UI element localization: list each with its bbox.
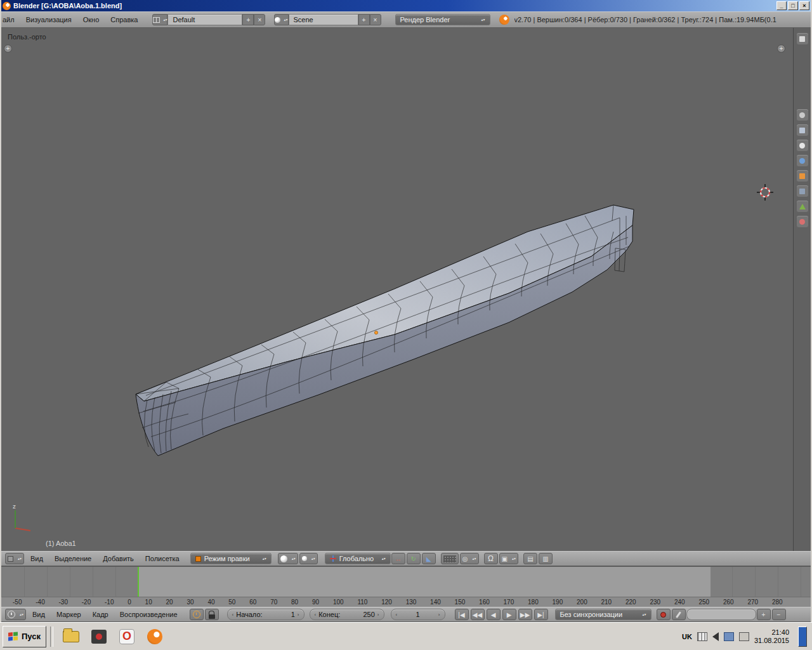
scene-field[interactable]: Scene — [289, 14, 358, 25]
viewport-shading-dropdown[interactable]: ▴▾ — [278, 553, 298, 564]
media-app-icon — [91, 630, 107, 644]
timeline-tick-label: 80 — [291, 599, 298, 606]
timeline-menu-playback[interactable]: Воспроизведение — [114, 611, 183, 618]
timeline-menu-view[interactable]: Вид — [27, 611, 51, 618]
titlebar[interactable]: Blender [G:\AOBA\Aoba.1.blend] _ □ × — [1, 0, 811, 11]
lock-icon — [209, 611, 215, 619]
editor-type-button[interactable]: ▴▾ — [5, 553, 24, 564]
menu-help[interactable]: Справка — [105, 16, 143, 23]
properties-tab-modifiers-icon[interactable] — [797, 185, 808, 197]
lock-time-toggle[interactable] — [205, 609, 219, 620]
minimize-button[interactable]: _ — [776, 1, 787, 10]
opengl-render-anim-button[interactable]: ▥ — [539, 553, 553, 564]
layers-widget[interactable] — [441, 553, 459, 564]
jump-to-end-button[interactable]: ▶| — [534, 609, 548, 620]
screen-layout-add-button[interactable]: + — [242, 14, 254, 25]
opengl-render-button[interactable]: ▤ — [523, 553, 537, 564]
timeline-tick-label: 150 — [455, 599, 466, 606]
close-button[interactable]: × — [799, 1, 809, 10]
timeline-menu-marker[interactable]: Маркер — [51, 611, 87, 618]
properties-tab-object-icon[interactable] — [797, 170, 808, 182]
quicklaunch-folder[interactable] — [57, 625, 85, 648]
show-desktop-button[interactable] — [798, 627, 807, 647]
layers-grid-icon — [443, 555, 456, 562]
volume-icon[interactable] — [712, 632, 719, 641]
viewport-3d[interactable]: Польз.-орто + + — [1, 28, 811, 551]
timeline-editor-type-button[interactable]: ▴▾ — [5, 609, 26, 620]
orientation-dropdown[interactable]: Глобально ▴▾ — [325, 553, 391, 564]
keying-icon-button[interactable] — [672, 609, 686, 620]
edit-mode-icon — [195, 556, 201, 562]
sync-dropdown[interactable]: Без синхронизации▴▾ — [555, 609, 652, 620]
region-expand-left-button[interactable]: + — [4, 44, 12, 53]
timeline-track[interactable]: -50-40-30-20-100102030405060708090100110… — [1, 566, 811, 607]
keyframe-delete-button[interactable]: − — [772, 609, 786, 620]
view3d-menu-add[interactable]: Добавить — [97, 555, 140, 562]
ship-mesh[interactable] — [109, 188, 642, 493]
view3d-menu-mesh[interactable]: Полисетка — [140, 555, 185, 562]
keyboard-icon[interactable] — [697, 632, 707, 641]
view3d-menu-view[interactable]: Вид — [25, 555, 49, 562]
timeline-tick-label: 270 — [747, 599, 758, 606]
jump-to-start-button[interactable]: |◀ — [455, 609, 469, 620]
timeline-header: ▴▾ Вид Маркер Кадр Воспроизведение ‹ Нач… — [1, 607, 811, 622]
screen-layout-browse-button[interactable]: ▴▾ — [152, 14, 167, 25]
manipulator-translate-button[interactable]: ↔ — [391, 553, 405, 564]
current-frame-indicator[interactable] — [138, 567, 139, 597]
snap-element-dropdown[interactable]: ▣▴▾ — [499, 553, 518, 564]
current-frame-field[interactable]: ‹ 1 › — [391, 609, 445, 620]
menu-file[interactable]: айл — [1, 16, 20, 23]
properties-tab-world-icon[interactable] — [797, 155, 808, 166]
start-button[interactable]: Пуск — [3, 626, 46, 647]
timeline-ticks: -50-40-30-20-100102030405060708090100110… — [13, 597, 783, 607]
quicklaunch-opera[interactable]: O — [113, 625, 141, 648]
manipulator-axis-icon — [330, 555, 336, 562]
frame-start-label: Начало: — [236, 611, 262, 618]
manipulator-scale-button[interactable]: ◣ — [422, 553, 436, 564]
timeline-menu-frame[interactable]: Кадр — [87, 611, 114, 618]
play-reverse-button[interactable]: ◀ — [487, 609, 501, 620]
properties-tab-material-icon[interactable] — [797, 216, 808, 227]
tray-clock[interactable]: 21:40 31.08.2015 — [754, 628, 789, 645]
properties-editor-menu-icon[interactable] — [797, 33, 808, 44]
timeline-tick-label: 200 — [577, 599, 587, 606]
tray-date: 31.08.2015 — [754, 637, 789, 645]
pivot-dropdown[interactable]: ▴▾ — [299, 553, 318, 564]
keyframe-insert-button[interactable]: + — [757, 609, 771, 620]
next-keyframe-button[interactable]: ▶▶ — [518, 609, 532, 620]
properties-tab-render-icon[interactable] — [797, 109, 808, 121]
maximize-button[interactable]: □ — [788, 1, 798, 10]
screen-layout-remove-button[interactable]: × — [254, 14, 265, 25]
quicklaunch-blender[interactable] — [141, 625, 169, 648]
region-expand-right-button[interactable]: + — [777, 44, 785, 53]
play-button[interactable]: ▶ — [502, 609, 516, 620]
menu-window[interactable]: Окно — [77, 16, 105, 23]
preview-range-toggle[interactable] — [190, 609, 204, 620]
window-title: Blender [G:\AOBA\Aoba.1.blend] — [13, 2, 122, 10]
proportional-edit-dropdown[interactable]: ◎▴▾ — [460, 553, 479, 564]
view3d-menu-select[interactable]: Выделение — [49, 555, 97, 562]
menu-render[interactable]: Визуализация — [20, 16, 77, 23]
properties-tab-render-layers-icon[interactable] — [797, 124, 808, 136]
record-button[interactable] — [657, 609, 671, 620]
printer-icon[interactable] — [739, 632, 749, 641]
scene-add-button[interactable]: + — [358, 14, 370, 25]
render-engine-dropdown[interactable]: Рендер Blender▴▾ — [395, 14, 490, 25]
scene-browse-button[interactable]: ▴▾ — [274, 14, 288, 25]
network-icon[interactable] — [724, 632, 734, 641]
timeline-tick-label: 40 — [207, 599, 214, 606]
quicklaunch-media-app[interactable] — [85, 625, 113, 648]
properties-tab-data-icon[interactable] — [797, 201, 808, 212]
properties-tab-scene-icon[interactable] — [797, 140, 808, 151]
language-indicator[interactable]: UK — [682, 633, 692, 640]
frame-end-field[interactable]: ‹ Конец: 250 › — [310, 609, 384, 620]
mode-dropdown[interactable]: Режим правки ▴▾ — [190, 553, 272, 564]
snap-toggle-button[interactable]: Ω — [484, 553, 498, 564]
prev-keyframe-button[interactable]: ◀◀ — [471, 609, 485, 620]
manipulator-rotate-button[interactable]: ↻ — [407, 553, 421, 564]
frame-start-field[interactable]: ‹ Начало: 1 › — [227, 609, 304, 620]
screen-layout-field[interactable]: Default — [167, 14, 242, 25]
keying-set-field[interactable] — [686, 609, 756, 620]
pen-icon — [676, 611, 681, 618]
scene-remove-button[interactable]: × — [370, 14, 381, 25]
